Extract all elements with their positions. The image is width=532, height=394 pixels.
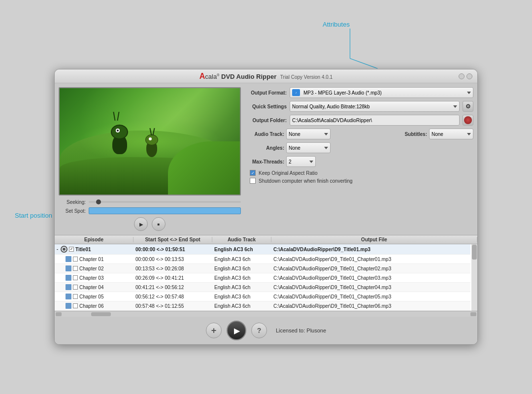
keep-aspect-checkbox[interactable]: ✓ (250, 170, 256, 176)
td-output-ch05: C:\AcalaDVDAudioRipper\D9_Title01_Chapte… (271, 293, 470, 300)
keep-aspect-label: Keep Original Aspect Ratio (259, 170, 318, 176)
td-output-ch03: C:\AcalaDVDAudioRipper\D9_Title01_Chapte… (271, 274, 470, 281)
setspot-row: Set Spot: (59, 207, 241, 214)
max-threads-select[interactable]: 2 (286, 156, 316, 167)
help-icon: ? (257, 327, 262, 334)
td-episode-ch06: Chapter 06 (55, 302, 133, 309)
seeking-row: Seeking: (59, 198, 241, 205)
table-row[interactable]: Chapter 02 00:13:53 <-> 00:26:08 English… (55, 264, 470, 273)
video-scene (60, 88, 240, 195)
table-row[interactable]: Chapter 04 00:41:21 <-> 00:56:12 English… (55, 283, 470, 292)
angles-value: None (289, 145, 300, 151)
max-threads-label: Max-Threads: (245, 159, 284, 164)
td-episode-ch01: Chapter 01 (55, 256, 133, 263)
h-scroll-left-btn[interactable] (56, 312, 62, 316)
audio-track-value: None (289, 131, 300, 137)
playback-controls: ▶ ■ (59, 217, 241, 231)
left-panel: Seeking: Set Spot: ▶ (59, 87, 241, 231)
angles-arrow (324, 147, 328, 149)
table-header: Episode Start Spot <-> End Spot Audio Tr… (55, 235, 477, 244)
td-audio-ch01: English AC3 6ch (212, 256, 271, 263)
audio-track-select[interactable]: None (286, 129, 331, 139)
th-audio: Audio Track (212, 237, 271, 242)
ch02-checkbox[interactable] (73, 266, 78, 271)
output-format-select[interactable]: ♪ MP3 - MPEG Layer-3 Audio (*.mp3) (290, 87, 473, 98)
th-spots: Start Spot <-> End Spot (133, 237, 212, 242)
td-spots-ch03: 00:26:09 <-> 00:41:21 (133, 274, 212, 281)
ch04-checkbox[interactable] (73, 285, 78, 290)
preview-stop-button[interactable]: ■ (152, 217, 166, 231)
char1-head (111, 125, 128, 139)
window-controls (459, 73, 472, 79)
title-checkbox[interactable]: ✓ (69, 247, 74, 252)
h-scroll-right-btn[interactable] (470, 312, 476, 316)
episode-name-ch04: Chapter 04 (79, 285, 103, 290)
subtitles-value: None (432, 131, 443, 137)
td-output-ch06: C:\AcalaDVDAudioRipper\D9_Title01_Chapte… (271, 302, 470, 309)
max-threads-value: 2 (289, 159, 292, 164)
td-output-title: C:\AcalaDVDAudioRipper\D9_Title01.mp3 (271, 245, 470, 253)
output-format-value: MP3 - MPEG Layer-3 Audio (*.mp3) (303, 90, 382, 96)
audio-track-arrow (324, 133, 328, 135)
right-panel: Output Format: ♪ MP3 - MPEG Layer-3 Audi… (245, 87, 473, 231)
add-button[interactable]: + (206, 323, 222, 338)
seeking-slider-container[interactable] (89, 198, 241, 205)
quick-settings-select[interactable]: Normal Quality, Audio Bitrate:128kb (290, 101, 460, 112)
shutdown-checkbox[interactable] (250, 178, 256, 184)
angles-select[interactable]: None (286, 142, 331, 153)
h-scroll-thumb[interactable] (91, 312, 111, 316)
preview-play-button[interactable]: ▶ (134, 217, 148, 231)
attributes-annotation: Attributes (323, 21, 350, 28)
output-folder-input[interactable]: C:\AcalaSoft\AcalaDVDAudioRipper\ (290, 115, 460, 126)
table-row[interactable]: Chapter 03 00:26:09 <-> 00:41:21 English… (55, 273, 470, 283)
video-preview (59, 87, 241, 196)
episode-name-ch02: Chapter 02 (79, 266, 103, 271)
attributes-arrow-horiz (350, 58, 378, 68)
subtitles-arrow (467, 133, 471, 135)
vertical-scrollbar[interactable] (471, 244, 477, 311)
table-row[interactable]: Chapter 01 00:00:00 <-> 00:13:53 English… (55, 255, 470, 264)
table-row[interactable]: Chapter 05 00:56:12 <-> 00:57:48 English… (55, 292, 470, 301)
character2 (146, 128, 166, 157)
ch01-checkbox[interactable] (73, 257, 78, 262)
scrollbar-thumb[interactable] (472, 245, 477, 260)
char1-eye (116, 129, 120, 132)
episode-name-ch01: Chapter 01 (79, 257, 103, 262)
output-folder-browse-button[interactable] (463, 115, 473, 126)
outer-wrapper: Attributes Start position End position A… (0, 0, 532, 394)
episode-name-ch05: Chapter 05 (79, 294, 103, 299)
ch03-checkbox[interactable] (73, 275, 78, 280)
td-audio-ch02: English AC3 6ch (212, 265, 271, 272)
title-bar: Acala® DVD Audio Ripper Trial Copy Versi… (55, 69, 477, 83)
mp3-icon: ♪ (292, 89, 300, 96)
quick-settings-row: Quick Settings Normal Quality, Audio Bit… (245, 101, 473, 112)
win-btn-minimize[interactable] (459, 73, 465, 79)
setspot-bar[interactable] (89, 207, 241, 214)
audio-subtitles-row: Audio Track: None Subtitles: None (245, 129, 473, 139)
ch05-checkbox[interactable] (73, 294, 78, 299)
th-output: Output File (271, 237, 477, 242)
license-text: Licensed to: Plusone (276, 328, 326, 333)
win-btn-maximize[interactable] (466, 73, 472, 79)
ch06-checkbox[interactable] (73, 303, 78, 308)
help-button[interactable]: ? (251, 323, 267, 338)
seeking-thumb[interactable] (96, 199, 101, 204)
table-row[interactable]: Chapter 06 00:57:48 <-> 01:12:55 English… (55, 301, 470, 311)
brand-name: cala® DVD Audio Ripper (205, 73, 276, 80)
table-row[interactable]: - ✓ Title01 00:00:00 <-> 01:50:51 Englis… (55, 244, 470, 255)
keep-aspect-row: ✓ Keep Original Aspect Ratio (245, 170, 473, 176)
gear-icon: ⚙ (466, 103, 471, 110)
expand-icon[interactable]: - (57, 247, 58, 252)
horizontal-scrollbar[interactable] (55, 311, 477, 317)
subtitles-select[interactable]: None (429, 129, 473, 139)
app-window: Acala® DVD Audio Ripper Trial Copy Versi… (54, 69, 478, 345)
radio-fill (63, 248, 66, 251)
main-play-button[interactable]: ▶ (227, 321, 246, 340)
td-spots-ch06: 00:57:48 <-> 01:12:55 (133, 302, 212, 309)
td-audio-ch05: English AC3 6ch (212, 293, 271, 300)
td-episode-ch02: Chapter 02 (55, 265, 133, 272)
title-radio[interactable] (61, 246, 67, 253)
bottom-bar: + ▶ ? Licensed to: Plusone (55, 317, 477, 344)
subtitles-label: Subtitles: (398, 131, 427, 137)
quick-settings-gear-button[interactable]: ⚙ (463, 101, 473, 112)
